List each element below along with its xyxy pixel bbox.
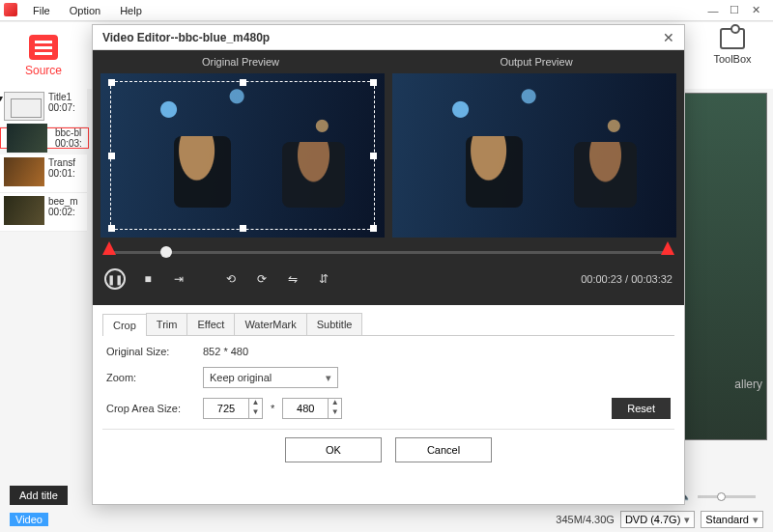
original-preview[interactable]: [100, 73, 385, 238]
menu-file[interactable]: File: [23, 5, 60, 16]
trim-start-marker[interactable]: [102, 241, 116, 255]
crop-height-input[interactable]: ▲▼: [282, 398, 342, 419]
chevron-down-icon: ▾: [753, 514, 759, 526]
clip-time: 00:02:: [48, 207, 78, 217]
app-logo-icon: [4, 3, 17, 16]
watermark-text: allery: [734, 378, 762, 391]
volume-handle[interactable]: [717, 492, 726, 501]
chevron-down-icon: ▾: [326, 372, 331, 384]
close-icon[interactable]: ✕: [750, 4, 761, 16]
video-badge: Video: [10, 513, 48, 526]
step-down-icon[interactable]: ▼: [329, 408, 341, 418]
original-size-value: 852 * 480: [203, 346, 593, 357]
clip-time: 00:03:: [55, 138, 82, 149]
preview-area: Original Preview Output Preview: [93, 50, 684, 305]
menubar: File Option Help ― ☐ ✕: [0, 0, 773, 21]
tab-source-label: Source: [25, 64, 62, 77]
tab-subtitle[interactable]: Subtitle: [306, 313, 363, 335]
dialog-header: Video Editor--bbc-blue_m480p ✕: [93, 25, 684, 50]
original-size-label: Original Size:: [106, 346, 203, 357]
crop-height-field[interactable]: [283, 403, 328, 414]
tab-toolbox-label: ToolBox: [713, 53, 751, 65]
volume-track[interactable]: [698, 495, 756, 498]
playhead[interactable]: [160, 246, 172, 258]
timeline[interactable]: [100, 243, 676, 261]
toolbox-icon: [720, 28, 745, 49]
clip-thumb: [7, 124, 47, 153]
rotate-right-icon[interactable]: ⟳: [253, 270, 271, 288]
playback-controls: ❚❚ ■ ⇥ ⟲ ⟳ ⇋ ⇵ 00:00:23 / 00:03:32: [93, 261, 684, 297]
dialog-close-icon[interactable]: ✕: [663, 30, 674, 45]
clip-name: Title1: [48, 92, 75, 102]
crop-handle[interactable]: [108, 225, 115, 232]
video-frame: [392, 73, 676, 238]
crop-form: Original Size: 852 * 480 Zoom: Keep orig…: [93, 336, 684, 425]
crop-handle[interactable]: [240, 79, 246, 86]
preview-panel: allery: [682, 93, 767, 440]
flip-vertical-icon[interactable]: ⇵: [315, 270, 332, 288]
rotate-left-icon[interactable]: ⟲: [222, 270, 240, 288]
trim-end-marker[interactable]: [661, 241, 674, 255]
list-item[interactable]: bbc-bl00:03:: [0, 127, 89, 149]
video-editor-dialog: Video Editor--bbc-blue_m480p ✕ Original …: [92, 24, 685, 505]
quality-select[interactable]: Standard▾: [701, 511, 763, 528]
editor-tabs: Crop Trim Effect WaterMark Subtitle: [102, 313, 674, 336]
chevron-down-icon: ▾: [684, 514, 690, 526]
menu-option[interactable]: Option: [60, 5, 110, 16]
ok-button[interactable]: OK: [285, 437, 382, 462]
cancel-button[interactable]: Cancel: [395, 437, 492, 462]
clip-name: bee_m: [48, 196, 78, 207]
tab-watermark[interactable]: WaterMark: [234, 313, 306, 335]
zoom-select[interactable]: Keep original ▾: [203, 367, 338, 388]
clip-thumb: [4, 157, 44, 186]
window-controls: ― ☐ ✕: [707, 4, 765, 16]
list-item[interactable]: Transf00:01:: [0, 154, 87, 193]
clip-name: Transf: [48, 157, 75, 168]
menu-help[interactable]: Help: [110, 5, 152, 16]
tab-toolbox[interactable]: ToolBox: [701, 28, 763, 65]
add-title-button[interactable]: Add title: [10, 486, 68, 505]
output-preview-label: Output Preview: [388, 50, 684, 73]
timeline-track[interactable]: [110, 251, 667, 254]
step-down-icon[interactable]: ▼: [249, 408, 262, 418]
tab-crop[interactable]: Crop: [102, 314, 147, 336]
clip-thumb: [4, 196, 44, 225]
crop-handle[interactable]: [370, 153, 377, 159]
zoom-label: Zoom:: [106, 372, 203, 383]
crop-handle[interactable]: [240, 225, 246, 232]
crop-width-field[interactable]: [204, 403, 248, 414]
time-display: 00:00:23 / 00:03:32: [581, 273, 673, 285]
crop-handle[interactable]: [370, 79, 377, 86]
minimize-icon[interactable]: ―: [707, 5, 719, 16]
tab-effect[interactable]: Effect: [186, 313, 235, 335]
clip-thumb: [4, 92, 44, 121]
dialog-title: Video Editor--bbc-blue_m480p: [102, 31, 270, 44]
crop-area-label: Crop Area Size:: [106, 403, 203, 414]
list-item[interactable]: bee_m00:02:: [0, 193, 87, 232]
volume-slider[interactable]: 🔈: [678, 490, 756, 503]
tab-trim[interactable]: Trim: [146, 313, 188, 335]
clip-name: bbc-bl: [55, 127, 82, 138]
crop-handle[interactable]: [108, 79, 115, 86]
bottom-bar: Video 345M/4.30G DVD (4.7G)▾ Standard▾: [10, 511, 763, 528]
source-icon: [29, 35, 58, 60]
flip-horizontal-icon[interactable]: ⇋: [284, 270, 301, 288]
crop-width-input[interactable]: ▲▼: [203, 398, 263, 419]
stop-button[interactable]: ■: [139, 270, 157, 288]
crop-handle[interactable]: [108, 153, 115, 159]
step-button[interactable]: ⇥: [170, 270, 187, 288]
dimension-star: *: [271, 403, 274, 414]
list-item[interactable]: Title100:07:: [0, 89, 87, 127]
crop-handle[interactable]: [370, 225, 377, 232]
maximize-icon[interactable]: ☐: [729, 4, 740, 16]
crop-rectangle[interactable]: [110, 81, 375, 230]
tab-source[interactable]: Source: [0, 22, 87, 90]
clip-list: ▾ Title100:07: bbc-bl00:03: Transf00:01:…: [0, 89, 87, 232]
pause-button[interactable]: ❚❚: [104, 268, 126, 290]
clip-time: 00:01:: [48, 168, 75, 179]
output-preview: [392, 73, 676, 238]
clip-time: 00:07:: [48, 102, 75, 113]
media-select[interactable]: DVD (4.7G)▾: [620, 511, 695, 528]
expand-arrow-icon[interactable]: ▾: [0, 93, 3, 103]
reset-button[interactable]: Reset: [612, 398, 671, 419]
